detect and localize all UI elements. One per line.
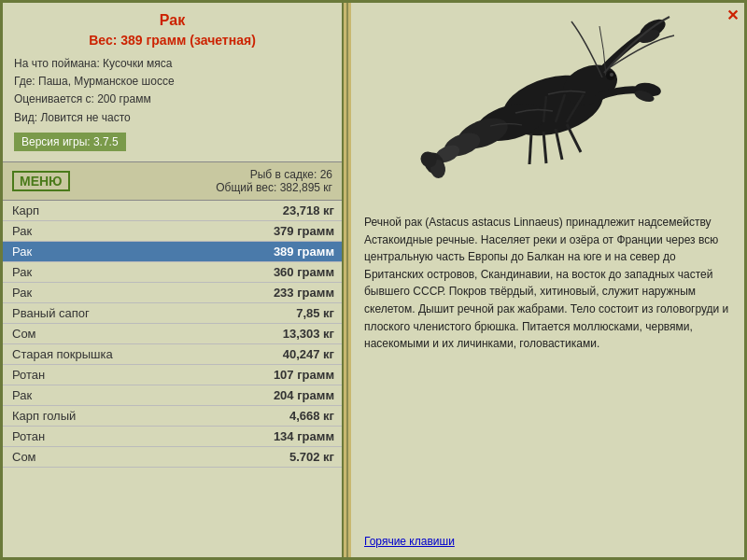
fish-row-weight: 5.702 кг — [289, 450, 334, 464]
divider — [344, 3, 351, 557]
fish-row-name: Ротан — [12, 429, 45, 443]
fish-row-weight: 389 грамм — [274, 245, 334, 259]
fish-row-name: Рак — [12, 265, 32, 279]
fish-title: Рак — [14, 12, 331, 29]
fish-row-weight: 13,303 кг — [283, 327, 334, 341]
fish-row-weight: 40,247 кг — [283, 347, 334, 361]
svg-point-21 — [610, 73, 613, 77]
fish-row-weight: 23,718 кг — [283, 203, 334, 217]
fish-row-weight: 134 грамм — [274, 429, 334, 443]
table-row[interactable]: Рак233 грамм — [3, 283, 342, 303]
fish-info-section: Рак Вес: 389 грамм (зачетная) На что пой… — [3, 3, 342, 161]
left-panel: Рак Вес: 389 грамм (зачетная) На что пой… — [3, 3, 344, 557]
fish-row-name: Рак — [12, 224, 32, 238]
fish-weight-main: Вес: 389 грамм (зачетная) — [14, 33, 331, 48]
table-row[interactable]: Рак379 грамм — [3, 221, 342, 242]
svg-line-15 — [543, 132, 546, 163]
menu-label[interactable]: МЕНЮ — [12, 171, 70, 191]
fish-bait: На что поймана: Кусочки мяса — [14, 55, 331, 73]
fish-location: Где: Паша, Мурманское шоссе — [14, 73, 331, 91]
fish-frequency: Вид: Ловится не часто — [14, 109, 331, 127]
fish-row-name: Рваный сапог — [12, 306, 90, 320]
table-row[interactable]: Карп голый4,668 кг — [3, 406, 342, 427]
image-area — [351, 3, 744, 208]
fish-row-weight: 379 грамм — [274, 224, 334, 238]
fish-row-weight: 360 грамм — [274, 265, 334, 279]
table-row[interactable]: Рваный сапог7,85 кг — [3, 303, 342, 324]
main-window: ✕ Рак Вес: 389 грамм (зачетная) На что п… — [0, 0, 747, 560]
table-row[interactable]: Сом5.702 кг — [3, 447, 342, 468]
crayfish-image — [417, 12, 679, 199]
close-button[interactable]: ✕ — [726, 7, 739, 24]
fish-row-name: Рак — [12, 388, 32, 402]
fish-row-name: Сом — [12, 327, 36, 341]
table-row[interactable]: Старая покрышка40,247 кг — [3, 344, 342, 365]
fish-row-name: Карп — [12, 203, 39, 217]
svg-line-13 — [567, 124, 581, 152]
table-row[interactable]: Ротан134 грамм — [3, 427, 342, 447]
fish-row-name: Рак — [12, 286, 32, 300]
table-row[interactable]: Ротан107 грамм — [3, 365, 342, 385]
fish-row-weight: 4,668 кг — [289, 409, 334, 423]
hotkeys-link[interactable]: Горячие клавиши — [351, 531, 744, 557]
version-label: Версия игры: 3.7.5 — [14, 133, 126, 151]
fish-row-name: Рак — [12, 245, 32, 259]
fish-min-weight: Оценивается с: 200 грамм — [14, 91, 331, 108]
fish-row-name: Карп голый — [12, 409, 76, 423]
table-row[interactable]: Рак360 грамм — [3, 262, 342, 283]
fish-row-weight: 204 грамм — [274, 388, 334, 402]
fish-count: Рыб в садке: 26 — [216, 168, 332, 181]
stats-bar: МЕНЮ Рыб в садке: 26 Общий вес: 382,895 … — [3, 161, 342, 201]
fish-row-weight: 7,85 кг — [296, 306, 334, 320]
fish-row-name: Сом — [12, 450, 36, 464]
table-row[interactable]: Карп23,718 кг — [3, 201, 342, 221]
stats-text: Рыб в садке: 26 Общий вес: 382,895 кг — [216, 168, 332, 194]
table-row[interactable]: Сом13,303 кг — [3, 324, 342, 344]
table-row[interactable]: Рак389 грамм — [3, 242, 342, 262]
fish-list-container: Карп23,718 кгРак379 граммРак389 граммРак… — [3, 201, 342, 557]
fish-details: На что поймана: Кусочки мяса Где: Паша, … — [14, 55, 331, 127]
table-row[interactable]: Рак204 грамм — [3, 385, 342, 406]
right-panel: Речной рак (Astacus astacus Linnaeus) пр… — [351, 3, 744, 557]
fish-row-weight: 107 грамм — [274, 368, 334, 382]
description-area: Речной рак (Astacus astacus Linnaeus) пр… — [351, 208, 744, 531]
fish-row-name: Старая покрышка — [12, 347, 113, 361]
fish-list[interactable]: Карп23,718 кгРак379 граммРак389 граммРак… — [3, 201, 342, 557]
fish-row-weight: 233 грамм — [274, 286, 334, 300]
total-weight: Общий вес: 382,895 кг — [216, 181, 332, 194]
svg-line-14 — [556, 129, 562, 160]
svg-line-16 — [529, 133, 531, 164]
fish-row-name: Ротан — [12, 368, 45, 382]
